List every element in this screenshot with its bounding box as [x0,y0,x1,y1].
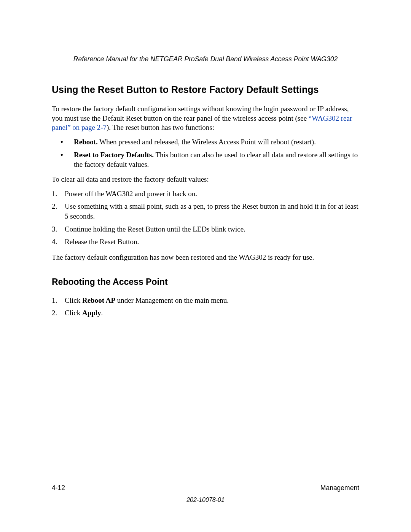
reboot-steps-list: Click Reboot AP under Management on the … [52,296,359,318]
running-header: Reference Manual for the NETGEAR ProSafe… [52,55,359,68]
bullet-item-reboot: Reboot. When pressed and released, the W… [52,137,359,147]
footer-row: 4-12 Management [52,480,359,492]
intro-paragraph: To restore the factory default configura… [52,104,359,133]
subsection-heading-rebooting: Rebooting the Access Point [52,277,359,287]
bullet-text: When pressed and released, the Wireless … [98,138,316,146]
page-number: 4-12 [52,484,65,492]
bullet-label: Reboot. [74,138,98,146]
step-text-post: under Management on the main menu. [115,296,229,304]
document-page: Reference Manual for the NETGEAR ProSafe… [0,0,411,532]
step-item: Use something with a small point, such a… [52,201,359,221]
step-item: Click Apply. [52,308,359,318]
intro-text-part2: ). The reset button has two functions: [107,123,214,131]
conclusion-paragraph: The factory default configuration has no… [52,253,359,262]
step-text-pre: Click [65,309,82,317]
clear-intro: To clear all data and restore the factor… [52,175,359,184]
intro-text-part1: To restore the factory default configura… [52,105,349,122]
footer-docnum: 202-10078-01 [52,497,359,503]
page-footer: 4-12 Management 202-10078-01 [52,480,359,503]
section-heading-reset-button: Using the Reset Button to Restore Factor… [52,84,359,95]
step-item: Click Reboot AP under Management on the … [52,296,359,305]
step-text-post: . [101,309,103,317]
function-bullet-list: Reboot. When pressed and released, the W… [52,137,359,169]
step-item: Release the Reset Button. [52,237,359,247]
footer-section-label: Management [320,484,359,492]
step-text-bold: Reboot AP [82,296,115,304]
clear-steps-list: Power off the WAG302 and power it back o… [52,189,359,247]
bullet-label: Reset to Factory Defaults. [74,151,154,159]
step-item: Power off the WAG302 and power it back o… [52,189,359,199]
step-text-bold: Apply [82,309,101,317]
bullet-item-reset-defaults: Reset to Factory Defaults. This button c… [52,150,359,169]
step-text-pre: Click [65,296,82,304]
step-item: Continue holding the Reset Button until … [52,224,359,234]
